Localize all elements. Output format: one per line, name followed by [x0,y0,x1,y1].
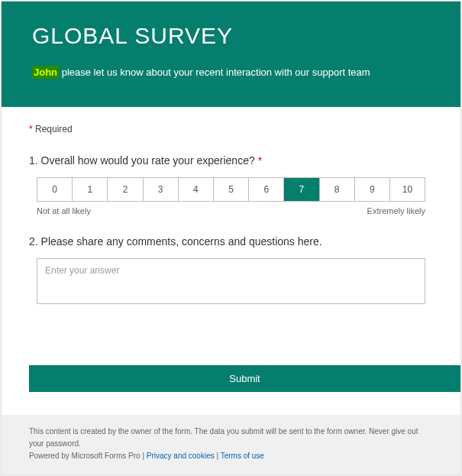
rating-option-10[interactable]: 10 [390,178,425,201]
required-label: Required [35,124,73,134]
footer-powered-line: Powered by Microsoft Forms Pro | Privacy… [29,450,433,462]
comments-input[interactable] [37,258,425,304]
page-title: GLOBAL SURVEY [32,23,430,49]
rating-option-4[interactable]: 4 [179,178,214,201]
rating-option-7[interactable]: 7 [284,178,319,201]
question-1: 1. Overall how would you rate your exper… [29,154,433,215]
required-note: * Required [29,124,433,134]
q2-label: Please share any comments, concerns and … [41,235,322,248]
form-footer: This content is created by the owner of … [2,415,460,474]
footer-sep: | [141,452,147,460]
rating-option-6[interactable]: 6 [249,178,284,201]
question-2-text: 2. Please share any comments, concerns a… [29,235,433,248]
subtitle-text: please let us know about your recent int… [59,66,370,78]
q1-label: Overall how would you rate your experien… [41,154,255,167]
powered-product: Microsoft Forms Pro [72,452,141,460]
rating-option-1[interactable]: 1 [73,178,108,201]
rating-option-0[interactable]: 0 [37,178,73,201]
rating-option-8[interactable]: 8 [320,178,355,201]
terms-link[interactable]: Terms of use [221,452,264,460]
rating-option-5[interactable]: 5 [214,178,249,201]
submit-button[interactable]: Submit [29,365,460,392]
powered-prefix: Powered by [29,452,72,460]
rating-option-2[interactable]: 2 [108,178,143,201]
question-2: 2. Please share any comments, concerns a… [29,235,433,307]
required-star-icon: * [258,154,262,167]
q2-number: 2. [29,235,38,248]
question-1-text: 1. Overall how would you rate your exper… [29,154,433,167]
rating-label-low: Not at all likely [37,206,91,215]
rating-label-high: Extremely likely [367,206,425,215]
form-subtitle: John please let us know about your recen… [32,66,430,79]
personalization-name: John [32,66,59,79]
rating-scale: 012345678910 [37,177,425,202]
q1-number: 1. [29,154,38,167]
form-header: GLOBAL SURVEY John please let us know ab… [2,2,460,107]
rating-anchor-labels: Not at all likely Extremely likely [37,206,425,215]
rating-option-3[interactable]: 3 [144,178,179,201]
rating-option-9[interactable]: 9 [355,178,390,201]
footer-disclaimer: This content is created by the owner of … [29,426,433,450]
privacy-link[interactable]: Privacy and cookies [147,452,215,460]
required-star-icon: * [29,124,33,134]
footer-sep: | [215,452,221,460]
form-body: * Required 1. Overall how would you rate… [2,107,460,335]
survey-form: GLOBAL SURVEY John please let us know ab… [1,1,461,475]
